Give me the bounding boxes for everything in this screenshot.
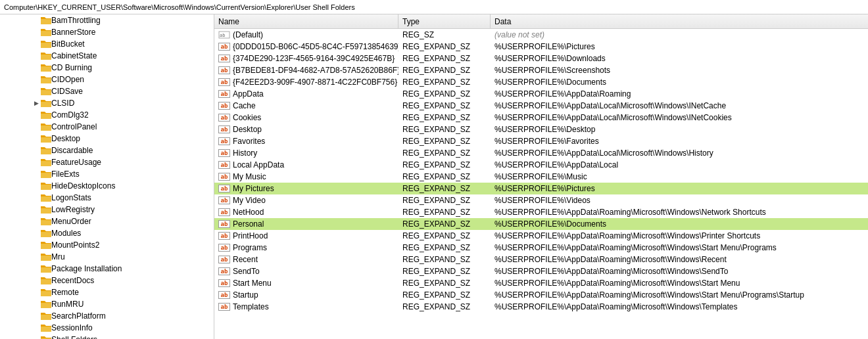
- ab-icon: ab: [218, 303, 230, 311]
- table-row[interactable]: abCacheREG_EXPAND_SZ%USERPROFILE%\AppDat…: [214, 100, 868, 112]
- cell-name: abDesktop: [214, 124, 398, 135]
- tree-item[interactable]: CabinetState: [0, 50, 214, 62]
- registry-values-panel: Name Type Data ab(Default)REG_SZ(value n…: [214, 14, 868, 339]
- ab-icon: ab: [218, 43, 230, 51]
- table-row[interactable]: ab{0DDD015D-B06C-45D5-8C4C-F59713854639}…: [214, 41, 868, 53]
- tree-item[interactable]: Discardable: [0, 145, 214, 156]
- col-data[interactable]: Data: [491, 14, 868, 28]
- tree-item[interactable]: ComDlg32: [0, 109, 214, 121]
- tree-item[interactable]: Shell Folders: [0, 334, 214, 339]
- folder-icon: [41, 335, 51, 339]
- table-row[interactable]: abStart MenuREG_EXPAND_SZ%USERPROFILE%\A…: [214, 277, 868, 289]
- tree-item[interactable]: ▶ CLSID: [0, 97, 214, 109]
- table-row[interactable]: ab(Default)REG_SZ(value not set): [214, 29, 868, 41]
- cell-type: REG_EXPAND_SZ: [398, 112, 491, 124]
- col-type[interactable]: Type: [398, 14, 491, 28]
- table-row[interactable]: abDesktopREG_EXPAND_SZ%USERPROFILE%\Desk…: [214, 124, 868, 135]
- cell-data: %USERPROFILE%\Documents: [491, 76, 868, 88]
- table-row[interactable]: abMy MusicREG_EXPAND_SZ%USERPROFILE%\Mus…: [214, 171, 868, 183]
- cell-name: abPersonal: [214, 218, 398, 230]
- table-row[interactable]: abFavoritesREG_EXPAND_SZ%USERPROFILE%\Fa…: [214, 135, 868, 147]
- name-text: History: [233, 148, 257, 158]
- cell-type: REG_EXPAND_SZ: [398, 230, 491, 242]
- table-row[interactable]: ab{F42EE2D3-909F-4907-8871-4C22FC0BF756}…: [214, 76, 868, 88]
- cell-type: REG_EXPAND_SZ: [398, 301, 491, 313]
- tree-item[interactable]: Desktop: [0, 133, 214, 145]
- ab-icon: ab: [218, 55, 230, 62]
- tree-item[interactable]: LogonStats: [0, 192, 214, 204]
- cell-data: %USERPROFILE%\Music: [491, 171, 868, 183]
- tree-item[interactable]: HideDesktopIcons: [0, 180, 214, 192]
- cell-data: %USERPROFILE%\Videos: [491, 194, 868, 206]
- cell-name: ab{0DDD015D-B06C-45D5-8C4C-F59713854639}: [214, 41, 398, 53]
- cell-type: REG_EXPAND_SZ: [398, 135, 491, 147]
- tree-item[interactable]: CIDOpen: [0, 74, 214, 85]
- tree-item-label: MenuOrder: [51, 217, 91, 226]
- ab-icon: ab: [218, 196, 230, 204]
- table-row[interactable]: abSendToREG_EXPAND_SZ%USERPROFILE%\AppDa…: [214, 265, 868, 277]
- ab-icon: ab: [218, 244, 230, 252]
- tree-item[interactable]: FeatureUsage: [0, 156, 214, 168]
- table-row[interactable]: abNetHoodREG_EXPAND_SZ%USERPROFILE%\AppD…: [214, 206, 868, 218]
- name-text: {F42EE2D3-909F-4907-8871-4C22FC0BF756}: [233, 78, 397, 87]
- cell-data: %USERPROFILE%\AppData\Roaming: [491, 88, 868, 100]
- name-text: Recent: [233, 255, 258, 264]
- table-row[interactable]: abCookiesREG_EXPAND_SZ%USERPROFILE%\AppD…: [214, 112, 868, 124]
- tree-item[interactable]: BannerStore: [0, 26, 214, 38]
- tree-item[interactable]: Remote: [0, 286, 214, 298]
- tree-item[interactable]: Package Installation: [0, 263, 214, 275]
- name-text: Startup: [233, 290, 258, 300]
- tree-item[interactable]: CD Burning: [0, 62, 214, 74]
- ab-icon: ab: [218, 161, 230, 169]
- table-row[interactable]: abLocal AppDataREG_EXPAND_SZ%USERPROFILE…: [214, 159, 868, 171]
- cell-data: %USERPROFILE%\Favorites: [491, 135, 868, 147]
- tree-item[interactable]: MenuOrder: [0, 215, 214, 227]
- tree-item[interactable]: FileExts: [0, 168, 214, 180]
- table-row[interactable]: abMy PicturesREG_EXPAND_SZ%USERPROFILE%\…: [214, 183, 868, 194]
- cell-data: %USERPROFILE%\AppData\Roaming\Microsoft\…: [491, 206, 868, 218]
- tree-item[interactable]: CIDSave: [0, 85, 214, 97]
- table-row[interactable]: abPrintHoodREG_EXPAND_SZ%USERPROFILE%\Ap…: [214, 230, 868, 242]
- cell-type: REG_EXPAND_SZ: [398, 289, 491, 301]
- table-row[interactable]: abRecentREG_EXPAND_SZ%USERPROFILE%\AppDa…: [214, 254, 868, 265]
- tree-item[interactable]: SessionInfo: [0, 322, 214, 334]
- table-row[interactable]: abProgramsREG_EXPAND_SZ%USERPROFILE%\App…: [214, 242, 868, 254]
- folder-icon: [41, 217, 51, 226]
- table-row[interactable]: abTemplatesREG_EXPAND_SZ%USERPROFILE%\Ap…: [214, 301, 868, 313]
- table-body: ab(Default)REG_SZ(value not set)ab{0DDD0…: [214, 29, 868, 339]
- cell-name: ab(Default): [214, 29, 398, 41]
- table-row[interactable]: abHistoryREG_EXPAND_SZ%USERPROFILE%\AppD…: [214, 147, 868, 159]
- folder-icon: [41, 51, 51, 60]
- tree-item[interactable]: Modules: [0, 227, 214, 239]
- cell-type: REG_EXPAND_SZ: [398, 64, 491, 76]
- cell-name: abFavorites: [214, 135, 398, 147]
- name-text: {374DE290-123F-4565-9164-39C4925E467B}: [233, 54, 395, 63]
- cell-data: %USERPROFILE%\Downloads: [491, 53, 868, 64]
- table-row[interactable]: abPersonalREG_EXPAND_SZ%USERPROFILE%\Doc…: [214, 218, 868, 230]
- table-row[interactable]: abAppDataREG_EXPAND_SZ%USERPROFILE%\AppD…: [214, 88, 868, 100]
- tree-item[interactable]: RecentDocs: [0, 275, 214, 286]
- default-value-text: (value not set): [494, 30, 544, 39]
- tree-item[interactable]: ControlPanel: [0, 121, 214, 133]
- cell-data: %USERPROFILE%\AppData\Roaming\Microsoft\…: [491, 289, 868, 301]
- tree-item[interactable]: BamThrottling: [0, 14, 214, 26]
- folder-icon: [41, 16, 51, 25]
- main-container: BamThrottling BannerStore BitBucket Cabi…: [0, 14, 868, 339]
- tree-item[interactable]: Mru: [0, 251, 214, 263]
- table-row[interactable]: ab{374DE290-123F-4565-9164-39C4925E467B}…: [214, 53, 868, 64]
- tree-toggle[interactable]: ▶: [32, 100, 41, 106]
- table-row[interactable]: ab{B7BEDE81-DF94-4682-A7D8-57A52620B86F}…: [214, 64, 868, 76]
- tree-item[interactable]: SearchPlatform: [0, 310, 214, 322]
- tree-item[interactable]: BitBucket: [0, 38, 214, 50]
- table-row[interactable]: abMy VideoREG_EXPAND_SZ%USERPROFILE%\Vid…: [214, 194, 868, 206]
- name-text: Favorites: [233, 137, 265, 146]
- tree-item[interactable]: RunMRU: [0, 298, 214, 310]
- col-name[interactable]: Name: [214, 14, 398, 28]
- name-text: My Video: [233, 196, 266, 205]
- name-text: {0DDD015D-B06C-45D5-8C4C-F59713854639}: [233, 42, 398, 51]
- table-row[interactable]: abStartupREG_EXPAND_SZ%USERPROFILE%\AppD…: [214, 289, 868, 301]
- cell-name: ab{374DE290-123F-4565-9164-39C4925E467B}: [214, 53, 398, 64]
- tree-item[interactable]: LowRegistry: [0, 204, 214, 215]
- tree-item[interactable]: MountPoints2: [0, 239, 214, 251]
- cell-type: REG_EXPAND_SZ: [398, 277, 491, 289]
